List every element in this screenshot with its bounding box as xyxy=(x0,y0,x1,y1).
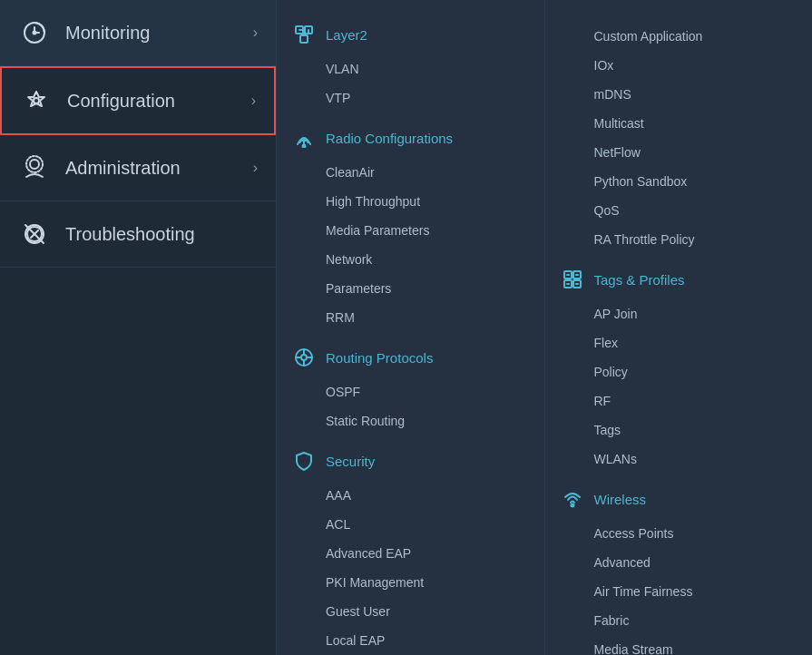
svg-point-6 xyxy=(26,156,43,172)
menu-item-parameters[interactable]: Parameters xyxy=(277,274,544,303)
menu-item-media-stream[interactable]: Media Stream xyxy=(545,635,813,655)
administration-chevron: › xyxy=(253,160,258,176)
section-security-label: Security xyxy=(326,454,375,469)
menu-item-acl[interactable]: ACL xyxy=(277,510,544,539)
sidebar-item-monitoring-label: Monitoring xyxy=(65,23,253,44)
svg-point-5 xyxy=(30,160,39,169)
section-routing-label: Routing Protocols xyxy=(326,350,433,366)
section-tags-profiles[interactable]: Tags & Profiles xyxy=(545,254,813,299)
security-icon xyxy=(291,448,317,474)
monitoring-chevron: › xyxy=(253,24,258,41)
menu-item-python-sandbox[interactable]: Python Sandbox xyxy=(545,167,813,196)
administration-icon xyxy=(18,152,51,184)
sidebar-item-monitoring[interactable]: Monitoring › xyxy=(0,0,276,66)
menu-item-ra-throttle-policy[interactable]: RA Throttle Policy xyxy=(545,225,813,254)
menu-item-access-points[interactable]: Access Points xyxy=(545,519,813,548)
section-radio-label: Radio Configurations xyxy=(326,131,453,146)
section-layer2-label: Layer2 xyxy=(326,27,367,43)
section-layer2[interactable]: Layer2 xyxy=(277,9,544,54)
menu-item-network[interactable]: Network xyxy=(277,245,544,274)
menu-item-local-eap[interactable]: Local EAP xyxy=(277,626,544,655)
svg-point-3 xyxy=(34,32,36,34)
tags-icon xyxy=(560,267,585,292)
monitoring-icon xyxy=(18,16,51,49)
section-wireless[interactable]: Wireless xyxy=(545,474,813,519)
routing-icon xyxy=(291,345,317,370)
menu-item-qos[interactable]: QoS xyxy=(545,196,813,225)
menu-item-mdns[interactable]: mDNS xyxy=(545,80,813,109)
menu-item-fabric[interactable]: Fabric xyxy=(545,606,813,635)
sidebar: Monitoring › Configuration › Administrat… xyxy=(0,0,277,655)
sidebar-item-configuration-label: Configuration xyxy=(67,91,251,112)
sidebar-item-administration[interactable]: Administration › xyxy=(0,135,276,201)
section-routing-protocols[interactable]: Routing Protocols xyxy=(277,332,544,377)
menu-item-rrm[interactable]: RRM xyxy=(277,303,544,332)
menu-column-2: Custom Application IOx mDNS Multicast Ne… xyxy=(545,0,813,655)
menu-item-advanced-eap[interactable]: Advanced EAP xyxy=(277,539,544,568)
menu-item-rf[interactable]: RF xyxy=(545,386,813,415)
main-menu: Layer2 VLAN VTP Radio Configurations Cle… xyxy=(277,0,812,655)
wireless-icon xyxy=(560,486,585,512)
menu-item-guest-user[interactable]: Guest User xyxy=(277,597,544,626)
menu-item-custom-application[interactable]: Custom Application xyxy=(545,9,813,51)
section-tags-label: Tags & Profiles xyxy=(594,272,685,288)
layer2-icon xyxy=(291,22,317,47)
menu-item-netflow[interactable]: NetFlow xyxy=(545,138,813,167)
sidebar-item-administration-label: Administration xyxy=(65,158,253,179)
sidebar-item-troubleshooting-label: Troubleshooting xyxy=(65,224,258,245)
menu-item-pki-management[interactable]: PKI Management xyxy=(277,568,544,597)
menu-item-aaa[interactable]: AAA xyxy=(277,481,544,510)
menu-item-flex[interactable]: Flex xyxy=(545,328,813,357)
menu-item-high-throughput[interactable]: High Throughput xyxy=(277,187,544,216)
menu-item-tags[interactable]: Tags xyxy=(545,415,813,445)
menu-item-wlans[interactable]: WLANs xyxy=(545,445,813,474)
menu-item-vlan[interactable]: VLAN xyxy=(277,54,544,83)
section-radio-configurations[interactable]: Radio Configurations xyxy=(277,112,544,158)
radio-icon xyxy=(291,125,317,151)
svg-point-18 xyxy=(303,145,306,148)
menu-item-ap-join[interactable]: AP Join xyxy=(545,299,813,328)
troubleshooting-icon xyxy=(18,218,51,250)
svg-point-4 xyxy=(34,98,39,103)
sidebar-item-troubleshooting[interactable]: Troubleshooting xyxy=(0,201,276,268)
menu-item-iox[interactable]: IOx xyxy=(545,51,813,80)
svg-rect-12 xyxy=(300,35,308,43)
menu-item-advanced[interactable]: Advanced xyxy=(545,548,813,577)
configuration-icon xyxy=(20,84,53,117)
section-wireless-label: Wireless xyxy=(594,492,647,507)
section-security[interactable]: Security xyxy=(277,435,544,481)
menu-item-vtp[interactable]: VTP xyxy=(277,83,544,112)
menu-item-static-routing[interactable]: Static Routing xyxy=(277,406,544,435)
menu-item-multicast[interactable]: Multicast xyxy=(545,109,813,138)
menu-item-cleanair[interactable]: CleanAir xyxy=(277,158,544,187)
configuration-chevron: › xyxy=(251,93,256,109)
menu-item-media-parameters[interactable]: Media Parameters xyxy=(277,216,544,245)
menu-item-air-time-fairness[interactable]: Air Time Fairness xyxy=(545,577,813,606)
menu-column-1: Layer2 VLAN VTP Radio Configurations Cle… xyxy=(277,0,545,655)
sidebar-item-configuration[interactable]: Configuration › xyxy=(0,66,276,135)
menu-item-policy[interactable]: Policy xyxy=(545,357,813,386)
svg-point-33 xyxy=(571,504,573,507)
menu-item-ospf[interactable]: OSPF xyxy=(277,377,544,406)
